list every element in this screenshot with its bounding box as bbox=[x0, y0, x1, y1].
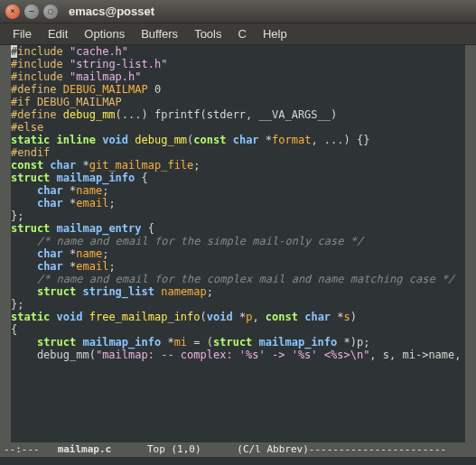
code-line: const char *git_mailmap_file; bbox=[11, 159, 463, 172]
window-controls: × – ▢ bbox=[5, 5, 58, 19]
code-line: struct mailmap_info { bbox=[11, 172, 463, 184]
titlebar: × – ▢ emacs@posset bbox=[0, 0, 476, 23]
code-line: }; bbox=[11, 209, 463, 222]
code-line: struct mailmap_entry { bbox=[11, 222, 463, 235]
code-line: #include "mailmap.h" bbox=[11, 70, 463, 83]
code-line: #if DEBUG_MAILMAP bbox=[11, 96, 463, 108]
modeline-dashes: ----------------------- bbox=[309, 443, 446, 455]
code-line: }; bbox=[11, 298, 463, 311]
code-line: struct string_list namemap; bbox=[11, 285, 463, 298]
modeline-position: Top (1,0) bbox=[147, 443, 201, 455]
modeline: --:--- mailmap.c Top (1,0) (C/l Abbrev)-… bbox=[0, 442, 476, 457]
minimize-button[interactable]: – bbox=[24, 5, 39, 19]
buffer[interactable]: #include "cache.h"#include "string-list.… bbox=[11, 45, 465, 442]
fringe-left bbox=[0, 45, 11, 442]
code-line: /* name and email for the simple mail-on… bbox=[11, 235, 463, 247]
editor[interactable]: #include "cache.h"#include "string-list.… bbox=[0, 45, 476, 442]
close-button[interactable]: × bbox=[5, 5, 20, 19]
window-title: emacs@posset bbox=[69, 5, 154, 18]
code-line: char *email; bbox=[11, 197, 463, 209]
code-line: static inline void debug_mm(const char *… bbox=[11, 134, 463, 146]
code-line: char *name; bbox=[11, 247, 463, 260]
modeline-modes: (C/l Abbrev) bbox=[237, 443, 308, 455]
code-line: #define debug_mm(...) fprintf(stderr, __… bbox=[11, 108, 463, 121]
code-line: static void free_mailmap_info(void *p, c… bbox=[11, 311, 463, 323]
menu-help[interactable]: Help bbox=[256, 25, 294, 42]
modeline-buffer-name: mailmap.c bbox=[58, 443, 112, 455]
menu-edit[interactable]: Edit bbox=[41, 25, 75, 42]
modeline-status: --:--- bbox=[4, 443, 40, 455]
menu-buffers[interactable]: Buffers bbox=[134, 25, 185, 42]
code-line: char *name; bbox=[11, 184, 463, 197]
menu-c[interactable]: C bbox=[230, 25, 253, 42]
code-line: #include "cache.h" bbox=[11, 45, 463, 58]
code-line: { bbox=[11, 323, 463, 336]
code-line: #define DEBUG_MAILMAP 0 bbox=[11, 83, 463, 96]
code-line: #endif bbox=[11, 146, 463, 159]
minibuffer[interactable] bbox=[0, 457, 476, 465]
code-line: /* name and email for the complex mail a… bbox=[11, 273, 463, 285]
code-line: #include "string-list.h" bbox=[11, 58, 463, 70]
code-line: struct mailmap_info *mi = (struct mailma… bbox=[11, 336, 463, 349]
fringe-right bbox=[465, 45, 476, 442]
menu-file[interactable]: File bbox=[5, 25, 39, 42]
code-line: char *email; bbox=[11, 260, 463, 273]
menu-tools[interactable]: Tools bbox=[187, 25, 229, 42]
menubar: FileEditOptionsBuffersToolsCHelp bbox=[0, 23, 476, 45]
menu-options[interactable]: Options bbox=[77, 25, 132, 42]
code-line: debug_mm("mailmap: -- complex: '%s' -> '… bbox=[11, 349, 463, 361]
maximize-button[interactable]: ▢ bbox=[43, 5, 58, 19]
code-line: #else bbox=[11, 121, 463, 134]
